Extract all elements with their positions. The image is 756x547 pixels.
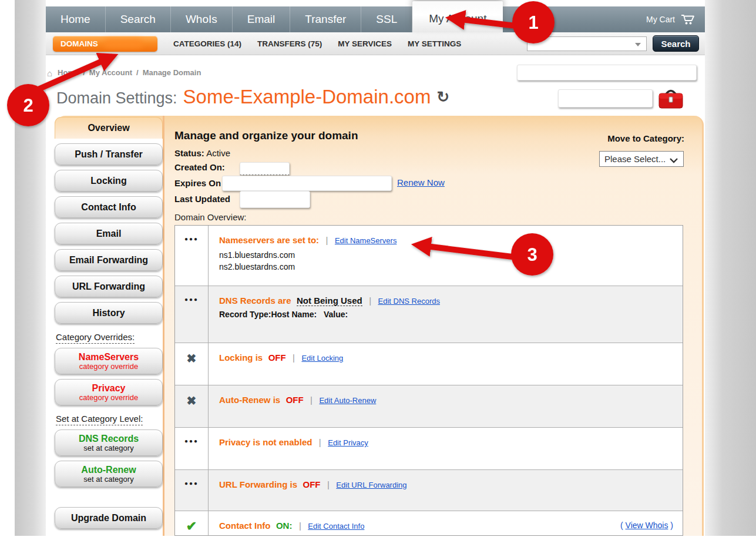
home-icon: ⌂: [47, 68, 52, 78]
row-status: ON:: [276, 521, 293, 531]
view-whois-link[interactable]: View Whois: [626, 521, 668, 530]
edit-contact-info-link[interactable]: Edit Contact Info: [308, 522, 364, 531]
edit-locking-link[interactable]: Edit Locking: [301, 354, 343, 363]
category-overrides-label: Category Overrides:: [56, 332, 163, 342]
table-row-nameservers: ●●● Nameservers are set to: | Edit NameS…: [175, 226, 683, 286]
redacted-updated-date: [240, 191, 310, 208]
search-input[interactable]: [527, 37, 632, 51]
subnav-item-my-settings[interactable]: MY SETTINGS: [408, 39, 461, 48]
subnav-item-categories[interactable]: CATEGORIES (14): [173, 39, 241, 48]
row-label: Locking is: [219, 353, 263, 363]
tab-transfer[interactable]: Transfer: [290, 6, 361, 32]
edit-privacy-link[interactable]: Edit Privacy: [328, 438, 368, 447]
domain-search-combobox[interactable]: [527, 36, 647, 51]
cart-icon: [680, 14, 695, 25]
redacted-field: [517, 65, 697, 80]
sidebar-divider: [163, 116, 164, 536]
sidebar-item-url-forwarding[interactable]: URL Forwarding: [55, 276, 163, 297]
tab-email[interactable]: Email: [233, 6, 291, 32]
category-select[interactable]: Please Select...: [599, 151, 684, 167]
breadcrumb-separator: /: [83, 68, 85, 78]
title-prefix: Domain Settings:: [56, 89, 177, 108]
combobox-dropdown-icon[interactable]: [635, 43, 641, 46]
search-button[interactable]: Search: [653, 35, 699, 52]
row-status: OFF: [303, 479, 321, 489]
sidebar-item-push-transfer[interactable]: Push / Transfer: [55, 143, 163, 165]
edit-nameservers-link[interactable]: Edit NameServers: [335, 236, 397, 245]
sidebar-item-nameservers-override[interactable]: NameServers category override: [55, 348, 163, 374]
upgrade-domain-button[interactable]: Upgrade Domain: [55, 507, 163, 529]
move-to-category-label: Move to Category:: [587, 133, 684, 143]
check-icon: ✔: [186, 521, 197, 536]
created-on-label: Created On:: [174, 162, 225, 172]
my-cart-label: My Cart: [646, 15, 675, 24]
subnav-item-domains[interactable]: DOMAINS: [53, 36, 157, 52]
dots-icon: ●●●: [184, 236, 199, 286]
row-label: Privacy is not enabled: [219, 437, 312, 447]
tab-search[interactable]: Search: [106, 6, 171, 32]
sidebar-item-privacy-override[interactable]: Privacy category override: [55, 379, 163, 405]
tab-whois[interactable]: WhoIs: [171, 6, 233, 32]
sidebar-item-locking[interactable]: Locking: [55, 170, 163, 192]
sidebar: Overview Push / Transfer Locking Contact…: [55, 117, 163, 533]
sidebar-item-dns-records-category[interactable]: DNS Records set at category: [55, 429, 163, 456]
domain-name: Some-Example-Domain.com: [183, 86, 431, 108]
row-label: Contact Info: [219, 521, 271, 531]
breadcrumb-my-account[interactable]: My Account: [89, 68, 132, 78]
refresh-icon[interactable]: ↻: [436, 88, 449, 106]
redacted-field: [558, 89, 653, 108]
edit-dns-records-link[interactable]: Edit DNS Records: [378, 297, 440, 306]
tab-my-account[interactable]: My Account: [412, 1, 503, 32]
redacted-domain-count: [104, 39, 143, 48]
nameserver-2: ns2.bluestardns.com: [219, 261, 683, 273]
table-row-contact-info: ✔ Contact Info ON: | Edit Contact Info (…: [175, 511, 683, 536]
redacted-created-date: [240, 162, 290, 175]
breadcrumb-manage-domain[interactable]: Manage Domain: [143, 68, 201, 78]
sidebar-item-history[interactable]: History: [55, 302, 163, 324]
x-icon: ✖: [187, 395, 197, 427]
renew-now-link[interactable]: Renew Now: [397, 177, 445, 187]
sidebar-item-email[interactable]: Email: [55, 223, 163, 244]
nameserver-1: ns1.bluestardns.com: [219, 249, 683, 261]
subnav-item-my-services[interactable]: MY SERVICES: [338, 39, 392, 48]
expires-on-label: Expires On: [174, 178, 221, 188]
chevron-down-icon: [669, 157, 678, 163]
row-label: Nameservers are set to:: [219, 235, 319, 245]
page-title: Domain Settings: Some-Example-Domain.com…: [56, 86, 449, 108]
sidebar-item-contact-info[interactable]: Contact Info: [55, 196, 163, 218]
row-label: URL Forwarding is: [219, 479, 297, 489]
subnav-item-transfers[interactable]: TRANSFERS (75): [257, 39, 322, 48]
dots-icon: ●●●: [184, 296, 199, 343]
table-row-auto-renew: ✖ Auto-Renew is OFF | Edit Auto-Renew: [175, 385, 683, 427]
breadcrumb: ⌂ Home / My Account / Manage Domain: [47, 68, 201, 78]
sidebar-item-email-forwarding[interactable]: Email Forwarding: [55, 249, 163, 271]
tab-home[interactable]: Home: [46, 6, 106, 32]
sidebar-item-auto-renew-category[interactable]: Auto-Renew set at category: [55, 461, 163, 487]
status-value: Active: [206, 148, 230, 158]
status-line: Status: Active: [174, 148, 230, 158]
row-status: OFF: [286, 395, 304, 405]
toolbox-icon[interactable]: [656, 87, 686, 110]
tab-ssl[interactable]: SSL: [361, 6, 412, 32]
record-columns-header: Record Type:Host Name: Value:: [219, 310, 683, 319]
sidebar-item-overview[interactable]: Overview: [55, 117, 163, 139]
domain-overview-label: Domain Overview:: [174, 212, 247, 222]
domain-settings-page: Home Search WhoIs Email Transfer SSL My …: [0, 0, 756, 547]
edit-url-forwarding-link[interactable]: Edit URL Forwarding: [336, 481, 406, 489]
redacted-expiry-date: [222, 176, 392, 191]
table-row-url-forwarding: ●●● URL Forwarding is OFF | Edit URL For…: [175, 469, 683, 511]
domains-label: DOMAINS: [61, 39, 98, 48]
dots-icon: ●●●: [184, 480, 199, 511]
row-status: OFF: [268, 353, 286, 363]
row-label: Auto-Renew is: [219, 395, 280, 405]
edit-auto-renew-link[interactable]: Edit Auto-Renew: [319, 396, 376, 405]
row-label: DNS Records are: [219, 296, 291, 306]
top-navigation: Home Search WhoIs Email Transfer SSL My …: [46, 6, 705, 32]
set-at-category-label: Set at Category Level:: [56, 414, 163, 424]
last-updated-label: Last Updated: [174, 194, 230, 204]
table-row-dns-records: ●●● DNS Records are Not Being Used | Edi…: [175, 286, 683, 343]
my-cart[interactable]: My Cart: [646, 6, 705, 32]
dots-icon: ●●●: [184, 438, 199, 469]
main-heading: Manage and organize your domain: [174, 129, 358, 142]
breadcrumb-home[interactable]: Home: [58, 68, 79, 78]
